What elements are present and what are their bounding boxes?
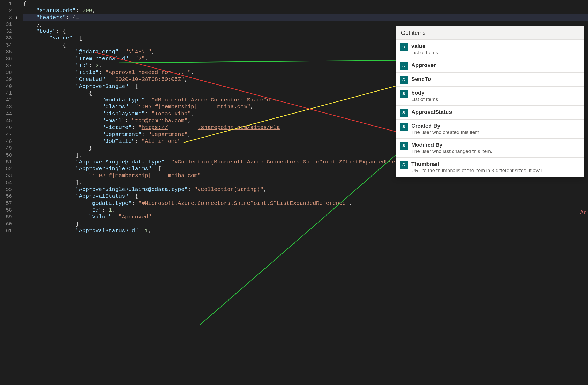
token-str: "#Microsoft.Azure.Connectors.SharePoint.… — [138, 200, 349, 206]
panel-item-subtitle: URL to the thumbnails of the item in 3 d… — [411, 167, 580, 174]
token-punc: : — [132, 200, 138, 206]
line-number: 43 — [0, 104, 18, 110]
panel-item[interactable]: SCreated ByThe user who created this ite… — [396, 120, 584, 139]
line-number: 58 — [0, 207, 18, 214]
panel-item[interactable]: SvalueList of Items — [396, 40, 584, 59]
line-number: 51 — [0, 159, 18, 166]
token-punc: , — [185, 76, 188, 82]
code-line[interactable]: "Id": 1, — [23, 207, 588, 214]
panel-header: Get items — [396, 26, 584, 40]
code-line[interactable]: "headers": {… — [23, 14, 588, 21]
fold-chevron-icon[interactable]: ❯ — [15, 15, 18, 20]
sharepoint-icon: S — [400, 76, 408, 84]
code-line[interactable]: }, — [23, 221, 588, 228]
token-key: "@odata.type" — [89, 200, 132, 206]
token-num: 200 — [82, 8, 92, 14]
token-num: 2 — [95, 63, 99, 69]
dynamic-content-panel[interactable]: Get items SvalueList of ItemsSApproverSS… — [396, 26, 584, 177]
panel-item[interactable]: SbodyList of Items — [396, 87, 584, 106]
token-str: "\"45\"" — [125, 49, 152, 55]
code-line[interactable]: "ApprovalStatus": { — [23, 193, 588, 200]
code-line[interactable]: "ApproverSingle#Claims@odata.type": "#Co… — [23, 186, 588, 193]
token-key: "ApproverSingle#Claims@odata.type" — [76, 186, 188, 192]
sharepoint-icon: S — [400, 142, 408, 150]
token-punc: : — [118, 49, 125, 55]
token-punc: { — [23, 1, 26, 7]
token-key: "Claims" — [102, 104, 128, 110]
panel-item[interactable]: SModified ByThe user who last changed th… — [396, 139, 584, 158]
token-key: "ApprovalStatus#Id" — [76, 228, 138, 234]
line-number: 53 — [0, 172, 18, 179]
line-number: 57 — [0, 200, 18, 207]
line-number-gutter: 1233132333435363738394041424344454647484… — [0, 0, 18, 385]
code-line[interactable]: "ApprovalStatus#Id": 1, — [23, 228, 588, 234]
token-str: "Approval needed for ...." — [105, 70, 191, 76]
panel-item[interactable]: SApprover — [396, 59, 584, 73]
token-punc: : — [99, 70, 105, 76]
token-punc: ], — [76, 152, 82, 158]
token-key: "headers" — [36, 15, 66, 21]
token-key: "@odata.etag" — [76, 49, 119, 55]
line-number: 2 — [0, 7, 18, 14]
token-punc: : — [128, 104, 135, 110]
code-line[interactable]: "@odata.type": "#Microsoft.Azure.Connect… — [23, 200, 588, 207]
token-key: "ApproverSingle" — [76, 83, 129, 89]
panel-item-title: body — [411, 89, 580, 96]
token-str: "#Collection(Microsoft.Azure.Connectors.… — [171, 159, 405, 165]
token-key: "DisplayName" — [102, 111, 145, 117]
token-punc: : — [125, 118, 132, 124]
line-number: 44 — [0, 111, 18, 117]
sharepoint-icon: S — [400, 62, 408, 70]
panel-item[interactable]: SApprovalStatus — [396, 106, 584, 120]
token-key: "value" — [49, 35, 72, 41]
token-punc: , — [152, 49, 155, 55]
line-number: 55 — [0, 186, 18, 193]
panel-item-title: ApprovalStatus — [411, 108, 580, 115]
token-key: "ItemInternalId" — [76, 56, 129, 62]
line-number: 37 — [0, 63, 18, 69]
token-str: "#Collection(String)" — [194, 186, 263, 192]
token-str: "2020-10-28T08:50:05Z" — [112, 76, 184, 82]
panel-item-title: Thumbnail — [411, 160, 580, 167]
token-punc: : { — [66, 15, 76, 21]
sharepoint-icon: S — [400, 123, 408, 131]
token-punc: : — [112, 214, 118, 220]
token-key: "ID" — [76, 63, 89, 69]
token-punc: , — [188, 132, 191, 138]
line-number: 35 — [0, 49, 18, 55]
code-line[interactable]: "statusCode": 200, — [23, 7, 588, 14]
token-key: "Title" — [76, 70, 99, 76]
panel-item-title: Modified By — [411, 141, 580, 148]
line-number: 40 — [0, 83, 18, 90]
code-line[interactable]: { — [23, 1, 588, 7]
token-str: "i:0#.f|membership| mriha.com" — [89, 173, 201, 179]
token-punc: }, — [76, 221, 82, 227]
code-line[interactable]: ], — [23, 179, 588, 186]
panel-item[interactable]: SThumbnailURL to the thumbnails of the i… — [396, 158, 584, 177]
line-number: 36 — [0, 55, 18, 62]
token-punc: }, — [36, 21, 43, 27]
trailing-text: Ac — [580, 209, 587, 216]
sharepoint-icon: S — [400, 43, 408, 51]
token-punc: : — [105, 76, 112, 82]
token-punc: : — [76, 8, 82, 14]
sharepoint-icon: S — [400, 161, 408, 169]
token-punc: : — [128, 56, 135, 62]
line-number: 50 — [0, 152, 18, 159]
token-punc: : — [138, 228, 145, 234]
sharepoint-icon: S — [400, 109, 408, 117]
token-key: "Picture" — [102, 124, 131, 131]
panel-item[interactable]: SSendTo — [396, 73, 584, 87]
token-url: .sharepoint.com/sites/Pla — [198, 124, 280, 131]
line-number: 60 — [0, 221, 18, 228]
token-punc: : — [89, 63, 95, 69]
token-punc: , — [349, 200, 353, 206]
line-number: 31 — [0, 21, 18, 28]
code-line[interactable]: "Value": "Approved" — [23, 214, 588, 220]
token-key: "ApproverSingle@odata.type" — [76, 159, 165, 165]
line-number: 34 — [0, 42, 18, 49]
panel-item-subtitle: List of Items — [411, 49, 580, 56]
token-key: "Department" — [102, 132, 141, 138]
token-punc: : — [142, 132, 148, 138]
token-punc: , — [188, 118, 191, 124]
